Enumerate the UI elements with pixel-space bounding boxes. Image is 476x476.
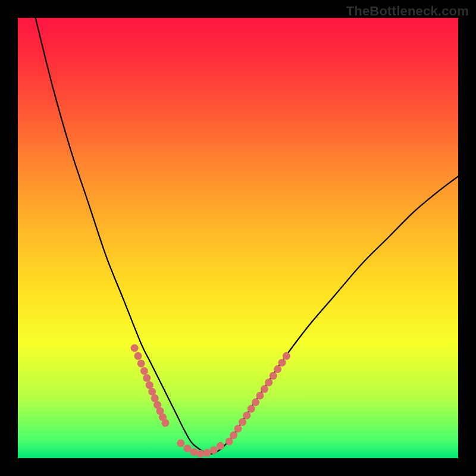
- highlight-dot: [161, 419, 169, 427]
- highlight-dot: [177, 439, 184, 447]
- highlight-dot: [278, 359, 286, 367]
- highlight-dot: [230, 431, 237, 439]
- curve-layer: [18, 18, 458, 458]
- highlight-dots-right: [226, 352, 290, 446]
- highlight-dot: [239, 418, 246, 426]
- highlight-dot: [252, 399, 259, 406]
- highlight-dot: [203, 449, 211, 457]
- highlight-dot: [234, 425, 242, 433]
- highlight-dot: [137, 359, 145, 367]
- highlight-dot: [248, 405, 255, 413]
- highlight-dots-bottom: [177, 439, 224, 458]
- highlight-dot: [243, 412, 250, 419]
- highlight-dot: [190, 448, 198, 456]
- highlight-dot: [197, 450, 205, 458]
- highlight-dot: [131, 345, 139, 352]
- plot-area: [18, 18, 458, 458]
- highlight-dot: [261, 385, 268, 393]
- bottleneck-curve: [36, 18, 458, 454]
- highlight-dot: [151, 394, 159, 402]
- highlight-dot: [274, 365, 281, 373]
- highlight-dot: [256, 392, 264, 399]
- highlight-dot: [140, 367, 148, 375]
- highlight-dot: [265, 378, 273, 386]
- highlight-dot: [134, 352, 142, 360]
- highlight-dot: [283, 352, 290, 360]
- chart-frame: TheBottleneck.com: [0, 0, 476, 476]
- watermark-text: TheBottleneck.com: [346, 4, 469, 19]
- highlight-dot: [146, 381, 154, 389]
- highlight-dot: [148, 388, 156, 396]
- highlight-dots-left: [131, 345, 170, 427]
- highlight-dot: [210, 446, 218, 454]
- highlight-dot: [143, 374, 151, 382]
- highlight-dot: [270, 372, 277, 380]
- highlight-dot: [217, 442, 224, 450]
- highlight-dot: [183, 444, 191, 452]
